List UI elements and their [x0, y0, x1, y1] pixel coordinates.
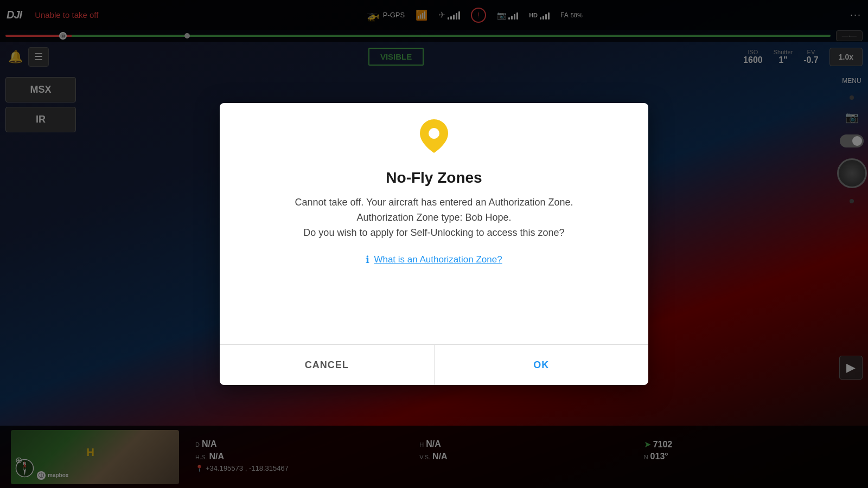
modal-overlay: No-Fly Zones Cannot take off. Your aircr… [0, 0, 868, 488]
modal-message: Cannot take off. Your aircraft has enter… [295, 195, 573, 241]
modal-title: No-Fly Zones [386, 169, 482, 187]
info-icon: ℹ [366, 254, 369, 266]
ok-button[interactable]: OK [435, 345, 649, 385]
no-fly-zones-modal: No-Fly Zones Cannot take off. Your aircr… [220, 103, 648, 385]
authorization-zone-link[interactable]: What is an Authorization Zone? [374, 254, 502, 265]
modal-body: No-Fly Zones Cannot take off. Your aircr… [220, 103, 648, 344]
modal-link-row: ℹ What is an Authorization Zone? [366, 254, 502, 266]
location-pin-icon [420, 119, 448, 157]
svg-point-4 [429, 128, 439, 139]
cancel-button[interactable]: CANCEL [220, 345, 435, 385]
modal-footer: CANCEL OK [220, 344, 648, 385]
